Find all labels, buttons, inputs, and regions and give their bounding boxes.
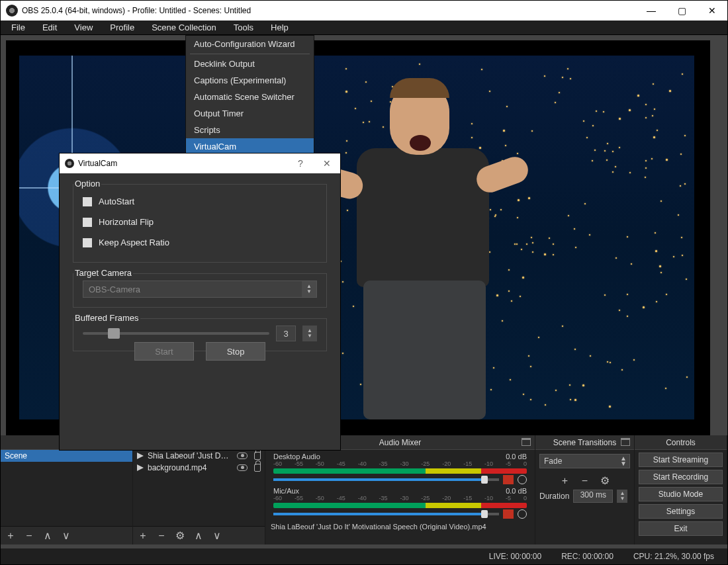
- meter-ticks: -60-55-50-45-40-35-30-25-20-15-10-50: [273, 495, 527, 501]
- menu-view[interactable]: View: [70, 21, 97, 34]
- scene-item[interactable]: Scene: [1, 450, 132, 462]
- scene-down-button[interactable]: ∨: [60, 530, 72, 542]
- remove-scene-button[interactable]: −: [23, 530, 35, 542]
- play-icon: [137, 453, 144, 459]
- window-title: OBS 25.0.4 (64-bit, windows) - Profile: …: [22, 6, 251, 15]
- transition-settings-button[interactable]: ⚙: [599, 475, 611, 487]
- target-camera-value: OBS-Camera: [89, 284, 140, 294]
- audio-meter: [273, 468, 527, 474]
- buffered-slider-thumb[interactable]: [108, 328, 120, 339]
- target-camera-select[interactable]: OBS-Camera ▲▼: [83, 281, 317, 298]
- source-name: Shia Labeouf 'Just Do It' M: [148, 451, 233, 460]
- studio-mode-button[interactable]: Studio Mode: [639, 487, 723, 501]
- buffered-spinner[interactable]: ▲▼: [302, 326, 317, 341]
- source-row[interactable]: Shia Labeouf 'Just Do It' M: [133, 450, 265, 462]
- virtualcam-dialog: VirtualCam ? ✕ Option AutoStart Horizont…: [59, 153, 341, 451]
- start-button[interactable]: Start: [134, 342, 194, 361]
- settings-button[interactable]: Settings: [639, 504, 723, 519]
- label-keep-aspect: Keep Aspect Ratio: [99, 238, 169, 247]
- transition-select[interactable]: Fade ▲▼: [539, 454, 630, 468]
- add-scene-button[interactable]: +: [5, 530, 17, 542]
- checkbox-autostart[interactable]: [83, 197, 92, 206]
- visibility-icon[interactable]: [237, 464, 248, 471]
- select-arrows-icon: ▲▼: [620, 456, 627, 466]
- tools-item-output-timer[interactable]: Output Timer: [186, 105, 314, 122]
- lock-icon[interactable]: [254, 452, 261, 460]
- mixer-track-mic: Mic/Aux 0.0 dB -60-55-50-45-40-35-30-25-…: [269, 486, 531, 520]
- titlebar: OBS 25.0.4 (64-bit, windows) - Profile: …: [1, 1, 727, 21]
- track-settings-button[interactable]: [518, 509, 527, 519]
- panel-mixer-title: Audio Mixer: [379, 438, 421, 447]
- visibility-icon[interactable]: [237, 453, 248, 459]
- dialog-close-button[interactable]: ✕: [314, 153, 340, 173]
- tools-item-autoconfig[interactable]: Auto-Configuration Wizard: [186, 36, 314, 52]
- source-name: background.mp4: [148, 463, 233, 472]
- obs-main-window: OBS 25.0.4 (64-bit, windows) - Profile: …: [0, 0, 728, 565]
- start-streaming-button[interactable]: Start Streaming: [639, 453, 723, 467]
- tools-item-scene-switcher[interactable]: Automatic Scene Switcher: [186, 89, 314, 105]
- dropdown-separator: [190, 54, 310, 54]
- source-up-button[interactable]: ∧: [193, 530, 205, 542]
- duration-input[interactable]: 300 ms: [573, 490, 613, 503]
- tools-item-captions[interactable]: Captions (Experimental): [186, 72, 314, 89]
- maximize-button[interactable]: ▢: [666, 1, 697, 21]
- tools-item-decklink[interactable]: Decklink Output: [186, 56, 314, 72]
- mute-button[interactable]: [503, 475, 514, 484]
- menu-tools[interactable]: Tools: [230, 21, 257, 34]
- scene-up-button[interactable]: ∧: [42, 530, 54, 542]
- track-db: 0.0 dB: [506, 453, 527, 460]
- dock-icon[interactable]: [621, 438, 630, 446]
- tools-item-scripts[interactable]: Scripts: [186, 122, 314, 138]
- status-live: LIVE: 00:00:00: [489, 552, 541, 561]
- menu-help[interactable]: Help: [267, 21, 293, 34]
- checkbox-hflip[interactable]: [83, 218, 92, 227]
- group-buffered-label: Buffered Frames: [73, 313, 140, 323]
- duration-spinner[interactable]: ▲▼: [617, 490, 627, 503]
- buffered-slider[interactable]: [83, 332, 269, 335]
- track-settings-button[interactable]: [518, 475, 527, 484]
- panel-transitions-title: Scene Transitions: [553, 438, 616, 447]
- volume-slider[interactable]: [273, 513, 499, 515]
- track-name: Desktop Audio: [273, 453, 320, 460]
- dock-icon[interactable]: [522, 438, 531, 446]
- mute-button[interactable]: [503, 509, 514, 519]
- source-settings-button[interactable]: ⚙: [174, 530, 186, 542]
- panel-transitions-header: Scene Transitions: [535, 435, 634, 450]
- buffered-value[interactable]: 3: [276, 326, 296, 341]
- statusbar: LIVE: 00:00:00 REC: 00:00:00 CPU: 21.2%,…: [1, 548, 727, 564]
- mixer-footer-text: Shia LaBeouf 'Just Do It' Motivational S…: [269, 520, 531, 533]
- obs-app-icon: [6, 5, 18, 17]
- panel-transitions: Scene Transitions Fade ▲▼ + − ⚙ Duration…: [535, 435, 635, 544]
- menu-scene-collection[interactable]: Scene Collection: [148, 21, 220, 34]
- start-recording-button[interactable]: Start Recording: [639, 470, 723, 484]
- remove-source-button[interactable]: −: [156, 530, 167, 542]
- svg-marker-0: [137, 453, 144, 459]
- menu-file[interactable]: File: [7, 21, 29, 34]
- play-icon: [137, 464, 144, 471]
- group-target-camera: Target Camera OBS-Camera ▲▼: [73, 273, 327, 308]
- lock-icon[interactable]: [254, 464, 261, 472]
- tools-dropdown: Auto-Configuration Wizard Decklink Outpu…: [185, 35, 314, 155]
- dialog-actions: Start Stop: [60, 342, 340, 361]
- menu-profile[interactable]: Profile: [106, 21, 138, 34]
- checkbox-keep-aspect[interactable]: [83, 238, 92, 247]
- add-source-button[interactable]: +: [137, 530, 149, 542]
- close-button[interactable]: ✕: [697, 1, 727, 21]
- add-transition-button[interactable]: +: [559, 475, 571, 487]
- stop-button[interactable]: Stop: [206, 342, 265, 361]
- volume-slider[interactable]: [273, 478, 499, 481]
- exit-button[interactable]: Exit: [639, 521, 723, 536]
- select-arrows-icon: ▲▼: [302, 281, 316, 297]
- track-db: 0.0 dB: [506, 487, 527, 495]
- remove-transition-button[interactable]: −: [579, 475, 591, 487]
- meter-ticks: -60-55-50-45-40-35-30-25-20-15-10-50: [273, 460, 527, 467]
- source-row[interactable]: background.mp4: [133, 462, 265, 474]
- group-option-label: Option: [73, 179, 101, 189]
- dialog-help-button[interactable]: ?: [287, 153, 314, 173]
- source-down-button[interactable]: ∨: [211, 530, 223, 542]
- foreground-person: [310, 82, 529, 419]
- panel-controls: Controls Start Streaming Start Recording…: [635, 435, 727, 544]
- panel-controls-title: Controls: [666, 438, 696, 447]
- menu-edit[interactable]: Edit: [38, 21, 61, 34]
- minimize-button[interactable]: —: [636, 1, 666, 21]
